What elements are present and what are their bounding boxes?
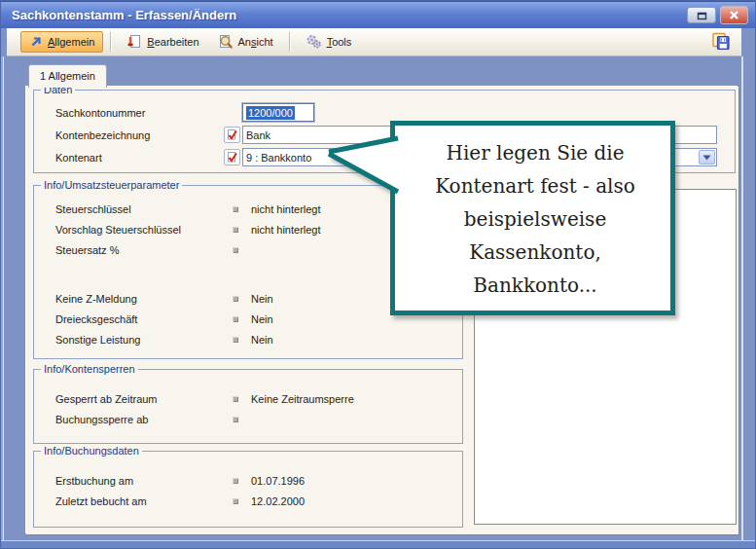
titlebar[interactable]: Sachkontenstamm - Erfassen/Ändern [1,1,755,28]
kontenart-dropdown-button[interactable] [699,150,715,165]
bullet-icon [233,247,238,253]
tab-label: 1 Allgemein [40,70,95,82]
frame-left-edge [1,56,4,548]
toolbar-button-allgemein[interactable]: Allgemein [20,31,103,53]
group-umsatzsteuerparameter-title: Info/Umsatzsteuerparameter [41,179,182,192]
kontenbezeichnung-label: Kontenbezeichnung [55,129,224,141]
app-window: Sachkontenstamm - Erfassen/Ändern [0,0,756,549]
callout-line: Kontenart fest - also [395,169,675,202]
bullet-icon [233,227,238,233]
info-row: Buchungssperre ab [34,409,462,429]
info-row: Erstbuchung am 01.07.1996 [34,470,462,491]
toolbar-label-tools: Tools [327,36,352,48]
magnifier-icon [217,34,234,50]
callout-line: Bankkonto... [395,269,675,302]
info-row: Zuletzt bebucht am 12.02.2000 [34,491,462,511]
chevron-down-icon [702,155,711,161]
restore-icon [697,11,707,20]
group-kontensperren: Info/Kontensperren Gesperrt ab Zeitraum … [33,369,463,444]
arrow-up-right-icon [29,35,43,49]
sachkontonummer-input[interactable]: 1200/000 [242,103,314,122]
toolbar-separator [289,32,290,52]
callout-text: Hier legen Sie die Kontenart fest - also… [395,136,675,302]
frame-right-edge [741,56,755,548]
close-button[interactable] [720,6,748,24]
group-kontensperren-title: Info/Kontensperren [41,363,138,376]
toolbar-label-allgemein: Allgemein [48,36,94,48]
toolbar-label-ansicht: Ansicht [238,36,273,48]
bullet-icon [233,206,238,212]
toolbar-button-bearbeiten[interactable]: Bearbeiten [118,31,207,53]
floppy-disk-icon [711,32,731,52]
toolbar: Allgemein Bearbeiten Ansicht [7,28,741,56]
kontenart-label: Kontenart [55,152,224,164]
callout-line: Hier legen Sie die [395,136,675,169]
red-check-document-icon [226,151,238,164]
info-row: Sonstige Leistung Nein [34,329,462,349]
red-check-document-icon [226,128,238,141]
group-buchungsdaten: Info/Buchungsdaten Erstbuchung am 01.07.… [33,451,463,528]
kontenart-check-button[interactable] [224,149,240,165]
toolbar-button-ansicht[interactable]: Ansicht [208,31,282,53]
toolbar-separator [110,32,111,52]
window-title: Sachkontenstamm - Erfassen/Ändern [1,8,236,22]
window-controls [687,6,748,24]
callout-line: Kassenkonto, [395,236,675,269]
info-row: Gesperrt ab Zeitraum Keine Zeitraumsperr… [34,388,462,409]
bullet-icon [233,417,238,422]
edit-document-icon [126,34,142,50]
toolbar-label-bearbeiten: Bearbeiten [147,36,198,48]
bullet-icon [233,396,238,402]
kontenbezeichnung-value: Bank [246,129,270,141]
bullet-icon [233,316,238,322]
bullet-icon [233,478,238,484]
toolbar-button-tools[interactable]: Tools [297,31,361,53]
close-icon [729,10,739,20]
group-buchungsdaten-title: Info/Buchungsdaten [41,445,142,458]
restore-button[interactable] [687,7,716,23]
bullet-icon [233,296,238,302]
gears-icon [306,34,322,50]
bullet-icon [233,337,238,343]
sachkontonummer-label: Sachkontonummer [55,107,224,119]
bullet-icon [233,498,238,504]
callout-line: beispielsweise [395,202,675,236]
save-button[interactable] [708,30,734,54]
sachkontonummer-value: 1200/000 [246,106,295,120]
kontenbezeichnung-check-button[interactable] [224,127,240,143]
kontenart-value: 9 : Bankkonto [246,152,311,164]
frame-bottom-edge [1,540,755,548]
tab-allgemein[interactable]: 1 Allgemein [28,64,107,88]
